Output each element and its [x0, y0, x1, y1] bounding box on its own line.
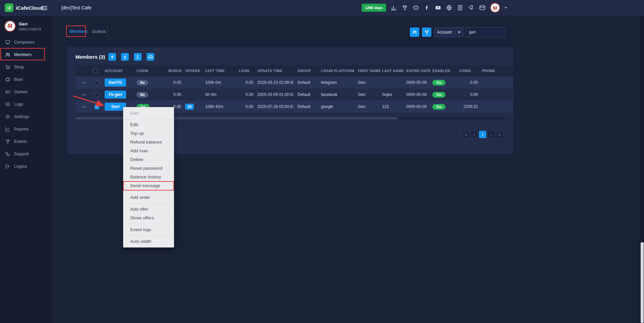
export-button[interactable]	[121, 53, 129, 61]
import-button[interactable]	[134, 53, 142, 61]
col-expire-date[interactable]: EXPIRE DATE	[402, 65, 428, 76]
row-checkbox[interactable]	[95, 93, 99, 97]
support-icon	[5, 151, 10, 157]
plus-icon	[110, 55, 114, 59]
globe-icon[interactable]	[446, 4, 452, 11]
row-checkbox[interactable]	[95, 105, 99, 109]
chevron-down-icon	[458, 32, 461, 33]
col-first-name[interactable]: FIRST NAME	[354, 65, 378, 76]
menu-item-send-message[interactable]: Send message	[123, 181, 174, 190]
row-actions-icon[interactable]: •••	[82, 93, 87, 97]
invoice-icon[interactable]	[457, 4, 464, 11]
sidebar-item-games[interactable]: Games	[0, 86, 52, 98]
col-group[interactable]: GROUP	[293, 65, 317, 76]
discord-icon[interactable]	[413, 4, 419, 11]
vertical-scrollbar-thumb[interactable]	[641, 242, 644, 323]
page-last-button[interactable]: »	[496, 131, 503, 138]
left-time-cell: 108h 42m	[201, 101, 235, 113]
menu-item-event-logs[interactable]: Event logs	[123, 225, 174, 234]
col-loan[interactable]: LOAN	[235, 65, 253, 76]
sidebar-item-logout[interactable]: Logout	[0, 160, 52, 172]
sidebar-item-events[interactable]: Events	[0, 135, 52, 148]
col-login-platform[interactable]: LOGIN PLATFORM	[317, 65, 354, 76]
menu-item-add-offer[interactable]: Add offer	[123, 205, 174, 214]
page-next-button[interactable]: ›	[487, 131, 495, 138]
page-prev-button[interactable]: ‹	[471, 131, 478, 138]
facebook-icon[interactable]	[424, 4, 430, 11]
col-phone[interactable]: PHONE	[478, 65, 496, 76]
menu-item-top-up[interactable]: Top up	[123, 129, 174, 138]
last-name-cell: 123	[378, 101, 402, 113]
menu-item-add-loan[interactable]: Add loan	[123, 147, 174, 155]
enabled-badge: Yes	[432, 104, 445, 110]
sidebar-item-computers[interactable]: Computers	[0, 36, 52, 48]
sidebar-item-reports[interactable]: Reports	[0, 123, 52, 135]
enabled-badge: Yes	[432, 92, 445, 98]
menu-item-add-order[interactable]: Add order	[123, 193, 174, 202]
offers-filter-button[interactable]	[422, 28, 431, 37]
sidebar-item-settings[interactable]: Settings	[0, 110, 52, 123]
page-number-button[interactable]: 1	[479, 131, 486, 138]
phone-cell	[478, 89, 496, 101]
sidebar-item-boot[interactable]: Boot	[0, 73, 52, 86]
chevron-down-icon[interactable]	[504, 7, 507, 9]
menu-item-show-offers[interactable]: Show offers	[123, 214, 174, 222]
sidebar-item-members[interactable]: Members	[0, 48, 52, 61]
menu-item-delete[interactable]: Delete	[123, 155, 174, 164]
search-input[interactable]	[466, 27, 506, 37]
menu-item-auto-width[interactable]: Auto width	[123, 237, 174, 246]
cafe-title: [dev]Test Cafe	[61, 5, 92, 10]
group-cell: Default	[293, 89, 317, 101]
row-actions-icon[interactable]: •••	[82, 105, 87, 109]
sidebar: M Geri 008612345678 Computers Members Sh…	[0, 16, 52, 323]
mail-icon[interactable]	[479, 4, 486, 11]
account-button[interactable]: Fb geri	[105, 91, 126, 99]
col-coins[interactable]: COINS	[455, 65, 478, 76]
profile-avatar: M	[4, 20, 16, 32]
col-login[interactable]: LOGIN	[132, 65, 164, 76]
left-time-cell: 100h 0m	[201, 76, 235, 89]
tab-guests[interactable]: Guests	[92, 29, 106, 34]
settings-icon	[5, 114, 10, 119]
loan-cell: 0.00	[235, 89, 253, 101]
table-row: ••• GeriTG No 0.00 100h 0m 0.00 2025-03-…	[75, 76, 513, 89]
col-update-time[interactable]: UPDATE TIME	[253, 65, 293, 76]
add-member-button[interactable]	[108, 53, 116, 61]
col-account[interactable]: ACCOUNT	[101, 65, 132, 76]
left-time-cell: 0h 0m	[201, 89, 235, 101]
menu-item-refund-balance[interactable]: Refund balance	[123, 138, 174, 147]
account-filter-select[interactable]: Account	[434, 27, 464, 37]
page-first-button[interactable]: «	[462, 131, 470, 138]
hamburger-menu-icon[interactable]	[41, 5, 47, 11]
account-button[interactable]: GeriTG	[105, 78, 126, 87]
user-avatar[interactable]: M	[490, 3, 500, 13]
sidebar-item-logs[interactable]: Logs	[0, 98, 52, 110]
col-offers[interactable]: OFFERS	[181, 65, 201, 76]
expire-date-cell: 0000-00-00	[402, 76, 428, 89]
menu-item-edit[interactable]: Edit	[123, 120, 174, 129]
select-all-checkbox[interactable]	[93, 68, 98, 73]
col-left-time[interactable]: LEFT TIME	[201, 65, 235, 76]
members-filter-button[interactable]	[410, 28, 419, 37]
col-last-name[interactable]: LAST NAME	[378, 65, 402, 76]
menu-item-balance-history[interactable]: Balance history	[123, 173, 174, 181]
col-bonus[interactable]: BONUS	[164, 65, 181, 76]
row-checkbox[interactable]	[95, 80, 99, 85]
offers-badge[interactable]: 10	[185, 104, 194, 110]
license-days-badge[interactable]: 1280 days	[362, 4, 386, 12]
tags-icon[interactable]	[468, 4, 475, 11]
sidebar-item-shop[interactable]: Shop	[0, 61, 52, 73]
youtube-icon[interactable]	[435, 4, 441, 11]
group-cell: Default	[293, 101, 317, 113]
sidebar-item-support[interactable]: Support	[0, 148, 52, 160]
cloud-sync-button[interactable]	[147, 53, 154, 61]
vertical-scrollbar[interactable]	[640, 16, 644, 323]
sidebar-profile[interactable]: M Geri 008612345678	[0, 16, 52, 36]
col-enabled[interactable]: ENABLED	[428, 65, 455, 76]
row-actions-icon[interactable]: •••	[82, 81, 87, 85]
trophy-icon[interactable]	[401, 4, 408, 11]
brand[interactable]: i2 iCafeCloud	[5, 3, 43, 12]
tab-members[interactable]: Members	[69, 29, 88, 34]
menu-item-reset-password[interactable]: Reset password	[123, 164, 174, 173]
stats-icon[interactable]	[390, 4, 397, 11]
